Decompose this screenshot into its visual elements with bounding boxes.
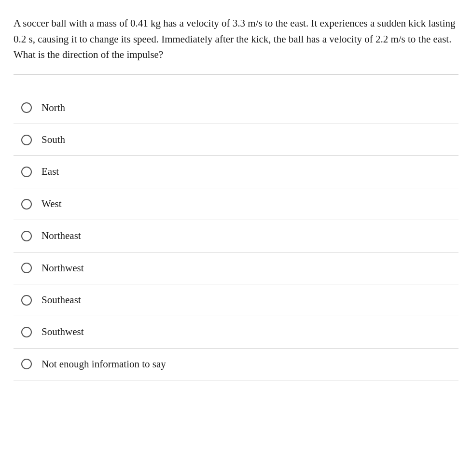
radio-southwest	[21, 327, 32, 337]
radio-south	[21, 135, 32, 145]
option-label-not-enough: Not enough information to say	[42, 357, 166, 371]
option-item-east[interactable]: East	[14, 156, 458, 188]
option-label-north: North	[42, 101, 65, 115]
option-item-northeast[interactable]: Northeast	[14, 220, 458, 252]
radio-east	[21, 167, 32, 177]
question-text: A soccer ball with a mass of 0.41 kg has…	[14, 15, 458, 75]
option-item-southeast[interactable]: Southeast	[14, 284, 458, 316]
option-item-north[interactable]: North	[14, 92, 458, 124]
radio-southeast	[21, 295, 32, 306]
option-label-southeast: Southeast	[42, 293, 81, 307]
option-item-not-enough[interactable]: Not enough information to say	[14, 349, 458, 380]
option-label-northwest: Northwest	[42, 261, 84, 275]
options-list: NorthSouthEastWestNortheastNorthwestSout…	[14, 92, 458, 381]
radio-northwest	[21, 263, 32, 273]
radio-not-enough	[21, 359, 32, 369]
option-label-southwest: Southwest	[42, 325, 84, 339]
option-label-south: South	[42, 133, 65, 147]
radio-northeast	[21, 231, 32, 241]
option-label-northeast: Northeast	[42, 229, 81, 243]
option-item-northwest[interactable]: Northwest	[14, 252, 458, 284]
option-item-southwest[interactable]: Southwest	[14, 316, 458, 348]
radio-north	[21, 102, 32, 113]
option-label-east: East	[42, 165, 59, 179]
option-label-west: West	[42, 197, 61, 211]
option-item-west[interactable]: West	[14, 188, 458, 220]
radio-west	[21, 199, 32, 210]
option-item-south[interactable]: South	[14, 124, 458, 156]
